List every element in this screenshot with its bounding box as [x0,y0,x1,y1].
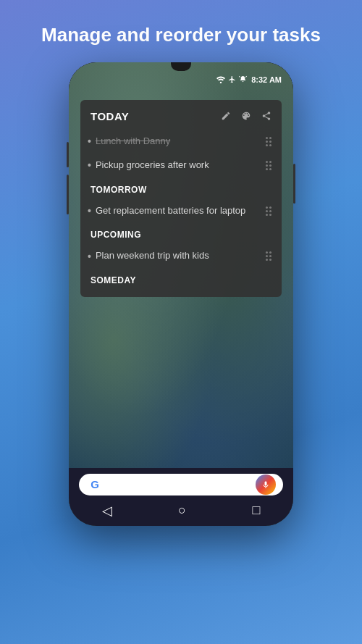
drag-handle[interactable] [266,251,272,261]
alarm-icon [239,75,247,83]
section-label-someday: SOMEDAY [80,268,282,290]
card-title: TODAY [90,110,129,122]
task-item-groceries[interactable]: • Pickup groceries after work [80,154,282,177]
task-left: • Pickup groceries after work [88,159,266,172]
card-actions [221,111,272,121]
nav-bar: G ◁ ○ □ [69,468,293,526]
task-item-trip[interactable]: • Plan weekend trip with kids [80,244,282,268]
nav-buttons: ◁ ○ □ [69,500,293,526]
volume-up-button [67,142,69,167]
section-label-upcoming: UPCOMING [80,222,282,244]
task-left: • Plan weekend trip with kids [88,250,266,262]
palette-icon[interactable] [241,111,251,121]
phone-mockup: 8:32 AM TODAY [69,62,293,526]
drag-handle[interactable] [266,206,272,216]
task-card: TODAY [80,100,282,298]
status-bar: 8:32 AM [69,72,293,87]
status-time: 8:32 AM [251,75,282,84]
recent-button[interactable]: □ [245,500,267,521]
back-button[interactable]: ◁ [95,500,119,522]
wifi-icon [216,76,225,83]
home-button[interactable]: ○ [171,500,193,521]
task-left: • Get replacement batteries for laptop [88,205,266,217]
task-bullet: • [88,136,91,146]
airplane-icon [228,75,236,83]
task-bullet: • [88,251,91,262]
task-item-lunch[interactable]: • Lunch with Danny [80,130,282,154]
search-bar[interactable]: G [79,474,283,495]
task-bullet: • [88,206,91,216]
drag-handle[interactable] [266,161,272,170]
status-icons: 8:32 AM [216,75,282,84]
google-logo: G [86,476,104,493]
task-left: • Lunch with Danny [88,135,266,148]
svg-point-0 [220,82,222,83]
card-header: TODAY [80,100,282,130]
phone-screen: 8:32 AM TODAY [69,62,293,526]
task-text-groceries: Pickup groceries after work [96,159,209,172]
page-header: Manage and reorder your tasks [20,0,342,62]
share-icon[interactable] [261,111,272,121]
phone-frame: 8:32 AM TODAY [69,62,293,526]
drag-handle[interactable] [266,137,272,146]
task-bullet: • [88,160,91,170]
section-label-tomorrow: TOMORROW [80,177,282,199]
google-mic-icon[interactable] [256,474,276,495]
task-text-lunch: Lunch with Danny [96,135,170,148]
volume-down-button [67,175,69,214]
power-button [293,164,295,204]
header-title: Manage and reorder your tasks [20,0,342,62]
edit-icon[interactable] [221,111,231,121]
task-text-batteries: Get replacement batteries for laptop [96,205,245,217]
task-text-trip: Plan weekend trip with kids [96,250,209,262]
task-item-batteries[interactable]: • Get replacement batteries for laptop [80,199,282,223]
